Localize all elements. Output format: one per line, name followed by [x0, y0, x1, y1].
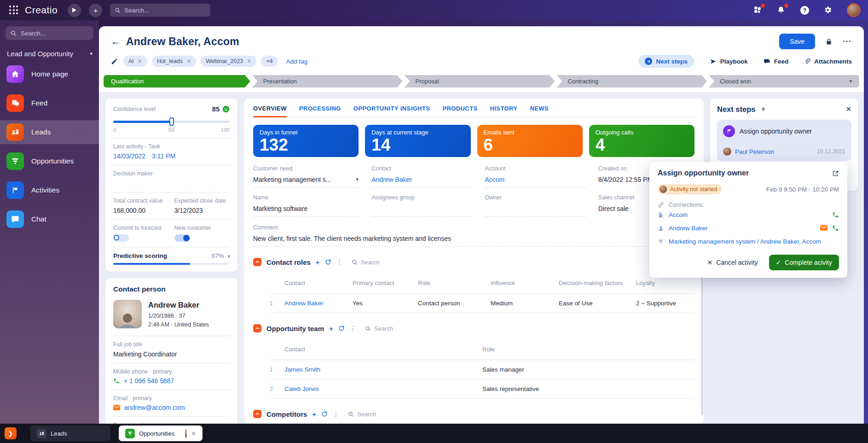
account-link[interactable]: Accom [485, 176, 505, 183]
more-actions-icon[interactable]: ··· [843, 37, 852, 46]
table-row[interactable]: 1 Andrew Baker Yes Contact person Medium… [270, 294, 694, 313]
decision-maker-field[interactable] [113, 177, 230, 187]
stage-contracting[interactable]: Contracting [556, 75, 707, 87]
next-steps-button[interactable]: Next steps [638, 55, 694, 68]
mobile-phone-link[interactable]: + 1 096 546 5687 [124, 377, 174, 385]
tab-products[interactable]: PRODUCTS [442, 105, 477, 117]
refresh-icon[interactable] [321, 411, 328, 417]
contact-link[interactable]: Andrew Baker [284, 300, 353, 307]
owner-link[interactable]: Paul Peterson [735, 148, 774, 155]
feed-button[interactable]: Feed [764, 58, 789, 65]
stage-proposal[interactable]: Proposal [405, 75, 555, 87]
chevron-right-icon[interactable]: › [228, 252, 230, 259]
stage-qualification[interactable]: Qualification [104, 75, 250, 87]
kebab-menu-icon[interactable]: ⋮ [333, 410, 339, 418]
section-search[interactable]: Search [352, 259, 380, 266]
account-field[interactable]: Account Accom [485, 165, 586, 188]
table-row[interactable]: 1 James Smith Sales manager [270, 360, 694, 379]
workspace-selector[interactable]: Lead and Opportunity ▾ [7, 50, 93, 58]
tab-news[interactable]: NEWS [530, 105, 549, 117]
remove-tag-icon[interactable]: ✕ [138, 58, 142, 64]
tab-overview[interactable]: OVERVIEW [253, 105, 287, 117]
sidebar-item-home[interactable]: Home page [0, 62, 99, 86]
envelope-icon[interactable] [820, 225, 827, 232]
refresh-icon[interactable] [338, 325, 345, 332]
user-avatar[interactable] [847, 3, 861, 17]
attachments-button[interactable]: Attachments [804, 58, 852, 65]
tag-pill[interactable]: Webinar_2023✕ [201, 56, 256, 67]
kebab-menu-icon[interactable]: ⋮ [336, 258, 343, 266]
save-button[interactable]: Save [779, 34, 815, 49]
cancel-activity-button[interactable]: ✕ Cancel activity [707, 259, 758, 266]
opportunity-link[interactable]: Marketing management system / Andrew Bak… [669, 238, 821, 245]
tag-pill[interactable]: Hot_leads✕ [152, 56, 196, 67]
sidebar-item-activities[interactable]: Activities [0, 178, 99, 202]
close-icon[interactable]: ✕ [191, 430, 196, 437]
expected-close-value[interactable]: 3/12/2023 [174, 207, 230, 214]
collapse-icon[interactable] [253, 410, 261, 418]
section-search[interactable]: Search [348, 411, 376, 418]
activity-card[interactable]: Assign opportunity owner Paul Peterson 1… [717, 120, 851, 161]
taskbar-tab-leads[interactable]: Leads [30, 426, 110, 441]
bell-icon[interactable] [777, 6, 786, 15]
contact-link[interactable]: Andrew Baker [669, 225, 708, 232]
slider-handle[interactable] [169, 117, 174, 126]
help-icon[interactable]: ? [800, 6, 809, 15]
last-activity-time-link[interactable]: 3:11 PM [152, 152, 175, 160]
connection-account[interactable]: Accom [658, 208, 839, 222]
account-link[interactable]: Accom [669, 211, 688, 218]
comment-field[interactable]: Comment New client, first sale. The clie… [253, 224, 694, 247]
commit-forecast-toggle[interactable] [113, 234, 129, 242]
add-tag-link[interactable]: Add tag [286, 58, 308, 65]
play-button[interactable] [68, 4, 81, 17]
stage-closed-won[interactable]: Closed won ▾ [709, 75, 859, 87]
last-activity-date-link[interactable]: 14/03/2022 [113, 152, 145, 160]
assignees-group-field[interactable]: Assignees group [371, 194, 473, 217]
lock-icon[interactable] [825, 38, 833, 46]
sidebar-item-opportunities[interactable]: Opportunities [0, 149, 99, 173]
connection-opportunity[interactable]: Marketing management system / Andrew Bak… [658, 235, 839, 248]
collapse-icon[interactable] [253, 258, 261, 266]
owner-field[interactable]: Owner [485, 194, 586, 217]
back-arrow-icon[interactable]: ← [111, 36, 121, 47]
name-field[interactable]: Name Marketing software [253, 194, 359, 217]
close-icon[interactable]: ✕ [845, 105, 851, 113]
contact-link[interactable]: James Smith [284, 366, 482, 373]
global-search-input[interactable]: Search... [110, 4, 210, 17]
kebab-menu-icon[interactable]: ⋮ [350, 325, 356, 332]
marketplace-icon[interactable] [753, 6, 763, 15]
contact-name[interactable]: Andrew Baker [148, 301, 209, 309]
section-search[interactable]: Search [365, 325, 393, 332]
add-icon[interactable]: + [329, 325, 333, 332]
chevron-down-icon[interactable]: ▼ [355, 177, 359, 182]
contact-link[interactable]: Caleb Jones [284, 385, 482, 392]
new-customer-toggle[interactable] [174, 234, 190, 242]
stage-presentation[interactable]: Presentation [252, 75, 403, 87]
app-grid-icon[interactable] [9, 6, 18, 15]
open-record-icon[interactable] [832, 170, 839, 177]
job-title-value[interactable]: Marketing Coordinator [113, 350, 230, 358]
playbook-button[interactable]: Playbook [710, 58, 748, 65]
phone-icon[interactable] [832, 211, 839, 218]
status-badge[interactable]: Activity not started [658, 184, 722, 194]
tab-processing[interactable]: PROCESSING [299, 105, 341, 117]
remove-tag-icon[interactable]: ✕ [247, 58, 251, 64]
customer-need-field[interactable]: Customer need Marketing management s...▼ [253, 165, 359, 188]
tab-opportunity-insights[interactable]: OPPORTUNITY INSIGHTS [353, 105, 430, 117]
complete-activity-button[interactable]: ✓ Complete acivity [769, 255, 839, 270]
sidebar-item-chat[interactable]: Chat [0, 207, 99, 231]
connection-contact[interactable]: Andrew Baker [658, 222, 839, 235]
contact-link[interactable]: Andrew Baker [371, 176, 412, 183]
add-button[interactable]: + [89, 4, 102, 17]
add-step-icon[interactable]: + [761, 105, 765, 114]
contact-photo[interactable] [113, 300, 142, 328]
contact-field[interactable]: Contact Andrew Baker [371, 165, 473, 188]
refresh-icon[interactable] [325, 259, 331, 265]
email-link[interactable]: andrew@accom.com [124, 404, 185, 411]
settings-gear-icon[interactable] [823, 6, 833, 15]
collapse-icon[interactable] [253, 324, 261, 332]
add-icon[interactable]: + [312, 410, 316, 418]
total-contract-value[interactable]: 168,000.00 [113, 207, 169, 214]
sidebar-item-leads[interactable]: Leads [0, 120, 99, 144]
taskbar-tab-opportunities[interactable]: Opportunities ✕ [119, 426, 203, 441]
